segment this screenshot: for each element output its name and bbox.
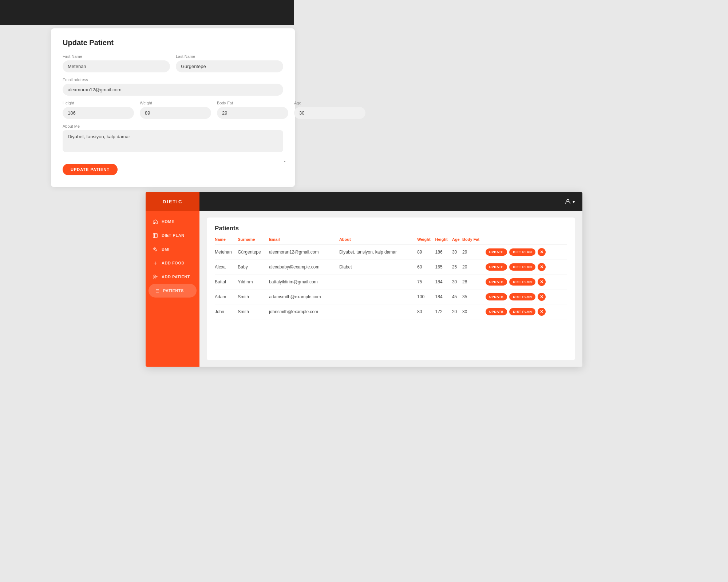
center-dot	[284, 161, 285, 162]
cell-age: 45	[452, 290, 462, 304]
cell-body-fat: 20	[462, 260, 486, 275]
delete-row-button[interactable]: ✕	[538, 278, 546, 286]
col-height: Height	[435, 237, 452, 245]
sidebar-item-bmi[interactable]: BMI	[146, 242, 199, 256]
cell-actions: UPDATE DIET PLAN ✕	[486, 304, 567, 319]
height-input[interactable]	[63, 107, 134, 119]
diet-plan-button[interactable]: DIET PLAN	[509, 293, 535, 300]
cell-surname: Smith	[238, 304, 269, 319]
email-label: Email address	[63, 77, 283, 82]
sidebar-item-home-label: HOME	[162, 219, 174, 224]
card-title: Update Patient	[63, 39, 283, 47]
cell-weight: 80	[417, 304, 435, 319]
table-row: John Smith johnsmith@example.com 80 172 …	[215, 304, 567, 319]
cell-age: 30	[452, 275, 462, 290]
diet-plan-button[interactable]: DIET PLAN	[509, 308, 535, 315]
delete-row-button[interactable]: ✕	[538, 263, 546, 271]
body-fat-input[interactable]	[217, 107, 288, 119]
age-input[interactable]	[294, 107, 365, 119]
sidebar-item-diet-label: DIET PLAN	[162, 233, 185, 238]
sidebar-item-add-food-label: ADD FOOD	[162, 261, 185, 265]
last-name-input[interactable]	[176, 60, 283, 72]
delete-row-button[interactable]: ✕	[538, 308, 546, 316]
cell-surname: Baby	[238, 260, 269, 275]
sidebar-item-patients-label: PATIENTS	[163, 288, 184, 293]
sidebar-logo: DIETIC	[146, 192, 199, 211]
add-patient-icon	[152, 274, 158, 280]
cell-height: 184	[435, 290, 452, 304]
cell-height: 184	[435, 275, 452, 290]
cell-name: Battal	[215, 275, 238, 290]
email-input[interactable]	[63, 84, 283, 96]
sidebar-item-diet-plan[interactable]: DIET PLAN	[146, 228, 199, 242]
main-header: ▾	[199, 192, 582, 211]
cell-email: alexababy@example.com	[269, 260, 339, 275]
cell-name: Alexa	[215, 260, 238, 275]
cell-age: 30	[452, 245, 462, 260]
col-body-fat: Body Fat	[462, 237, 486, 245]
col-actions	[486, 237, 567, 245]
table-row: Adam Smith adamsmith@example.com 100 184…	[215, 290, 567, 304]
delete-row-button[interactable]: ✕	[538, 248, 546, 256]
first-name-label: First Name	[63, 54, 170, 59]
patients-tbody: Metehan Gürgentepe alexmoran12@gmail.com…	[215, 245, 567, 319]
cell-about: Diyabet, tansiyon, kalp damar	[339, 245, 417, 260]
cell-name: John	[215, 304, 238, 319]
last-name-label: Last Name	[176, 54, 283, 59]
update-row-button[interactable]: UPDATE	[486, 248, 507, 256]
cell-body-fat: 29	[462, 245, 486, 260]
top-dark-bar	[0, 0, 294, 25]
col-surname: Surname	[238, 237, 269, 245]
cell-name: Adam	[215, 290, 238, 304]
home-icon	[152, 219, 158, 224]
about-textarea[interactable]: Diyabet, tansiyon, kalp damar	[63, 130, 283, 152]
table-row: Battal Yıldırım battalyildirim@gmail.com…	[215, 275, 567, 290]
col-email: Email	[269, 237, 339, 245]
cell-email: battalyildirim@gmail.com	[269, 275, 339, 290]
diet-plan-button[interactable]: DIET PLAN	[509, 278, 535, 286]
sidebar: DIETIC HOME DIET PLAN BMI	[146, 192, 199, 367]
col-weight: Weight	[417, 237, 435, 245]
patients-list-icon	[154, 288, 159, 294]
weight-input[interactable]	[140, 107, 211, 119]
cell-about	[339, 290, 417, 304]
app-section: DIETIC HOME DIET PLAN BMI	[146, 192, 582, 367]
update-row-button[interactable]: UPDATE	[486, 308, 507, 315]
update-row-button[interactable]: UPDATE	[486, 293, 507, 300]
table-row: Alexa Baby alexababy@example.com Diabet …	[215, 260, 567, 275]
cell-actions: UPDATE DIET PLAN ✕	[486, 290, 567, 304]
sidebar-item-add-patient-label: ADD PATIENT	[162, 275, 190, 279]
cell-height: 172	[435, 304, 452, 319]
update-row-button[interactable]: UPDATE	[486, 263, 507, 271]
user-menu[interactable]: ▾	[565, 198, 575, 205]
svg-point-3	[154, 248, 156, 250]
update-patient-button[interactable]: UPDATE PATIENT	[63, 164, 118, 175]
cell-about: Diabet	[339, 260, 417, 275]
cell-body-fat: 30	[462, 304, 486, 319]
cell-weight: 75	[417, 275, 435, 290]
sidebar-item-patients[interactable]: PATIENTS	[149, 284, 197, 298]
main-content: ▾ Patients Name Surname Email About Weig…	[199, 192, 582, 367]
col-about: About	[339, 237, 417, 245]
sidebar-item-bmi-label: BMI	[162, 247, 170, 251]
cell-actions: UPDATE DIET PLAN ✕	[486, 275, 567, 290]
diet-icon	[152, 232, 158, 238]
height-label: Height	[63, 101, 134, 105]
user-menu-arrow: ▾	[573, 199, 575, 204]
cell-name: Metehan	[215, 245, 238, 260]
svg-point-6	[154, 275, 155, 276]
update-patient-card: Update Patient First Name Last Name Emai…	[51, 28, 295, 187]
cell-age: 20	[452, 304, 462, 319]
cell-weight: 89	[417, 245, 435, 260]
delete-row-button[interactable]: ✕	[538, 293, 546, 301]
sidebar-item-home[interactable]: HOME	[146, 215, 199, 228]
patients-panel: Patients Name Surname Email About Weight…	[207, 218, 575, 360]
diet-plan-button[interactable]: DIET PLAN	[509, 248, 535, 256]
update-row-button[interactable]: UPDATE	[486, 278, 507, 286]
sidebar-item-add-patient[interactable]: ADD PATIENT	[146, 270, 199, 284]
table-row: Metehan Gürgentepe alexmoran12@gmail.com…	[215, 245, 567, 260]
first-name-input[interactable]	[63, 60, 170, 72]
cell-age: 25	[452, 260, 462, 275]
diet-plan-button[interactable]: DIET PLAN	[509, 263, 535, 271]
sidebar-item-add-food[interactable]: ADD FOOD	[146, 256, 199, 270]
